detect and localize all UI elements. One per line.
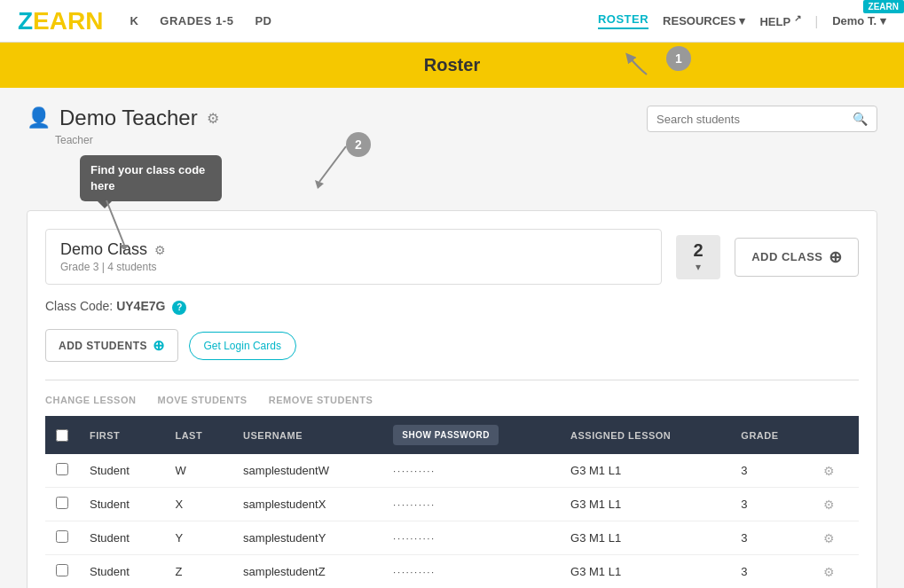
logo-z: Z [18,7,33,35]
teacher-info: 👤 Demo Teacher ⚙ Teacher [27,106,219,146]
row-checkbox-cell [45,488,79,521]
nav-help-label: HELP [759,15,790,28]
student-table: FIRST LAST USERNAME SHOW PASSWORD ASSIGN… [45,416,859,588]
row-settings-icon[interactable]: ⚙ [823,531,835,545]
nav-help[interactable]: HELP ↗ [759,13,800,28]
row-checkbox-cell [45,454,79,488]
row-username: samplestudentW [232,454,382,488]
class-code-help-icon[interactable]: ? [172,301,186,315]
user-chevron-icon: ▾ [880,14,886,27]
table-row: Student X samplestudentX ·········· G3 M… [45,488,859,521]
annotation-circle-2: 2 [346,132,371,157]
row-checkbox[interactable] [56,463,68,475]
login-cards-label: Get Login Cards [204,340,281,352]
row-first-name: Student [79,521,164,555]
grade-header: GRADE [730,416,813,454]
logo-earn: EARN [33,7,103,35]
get-login-cards-button[interactable]: Get Login Cards [189,332,296,360]
user-name-label: Demo T. [832,14,876,27]
row-grade: 3 [730,488,813,521]
row-checkbox[interactable] [56,564,68,576]
table-header: FIRST LAST USERNAME SHOW PASSWORD ASSIGN… [45,416,859,454]
logo[interactable]: ZEARN [18,7,103,35]
roster-banner: Roster 1 [0,43,904,88]
main-content: 👤 Demo Teacher ⚙ Teacher 🔍 Find your cla… [0,88,904,588]
username-header: USERNAME [232,416,382,454]
teacher-header: 👤 Demo Teacher ⚙ Teacher 🔍 [27,106,877,146]
action-buttons: ADD STUDENTS ⊕ Get Login Cards [45,329,859,362]
last-name-header: LAST [164,416,232,454]
nav-right: ROSTER RESOURCES ▾ HELP ↗ | Demo T. ▾ ZE… [598,12,886,29]
actions-header [813,416,859,454]
row-assigned-lesson: G3 M1 L1 [560,555,730,588]
row-username: samplestudentZ [232,555,382,588]
table-row: Student Z samplestudentZ ·········· G3 M… [45,555,859,588]
external-link-icon: ↗ [794,13,801,23]
top-nav: ZEARN K GRADES 1-5 PD ROSTER RESOURCES ▾… [0,0,904,43]
class-count-toggle[interactable]: 2 ▾ [676,235,720,279]
select-all-checkbox[interactable] [56,429,68,442]
add-students-plus-icon: ⊕ [153,337,165,354]
table-row: Student W samplestudentW ·········· G3 M… [45,454,859,488]
nav-resources[interactable]: RESOURCES ▾ [663,14,745,27]
row-settings-icon[interactable]: ⚙ [823,464,835,478]
nav-grades[interactable]: GRADES 1-5 [160,14,233,27]
password-header: SHOW PASSWORD [382,416,560,454]
search-input[interactable] [656,113,853,126]
table-row: Student Y samplestudentY ·········· G3 M… [45,521,859,555]
search-icon: 🔍 [853,112,868,126]
first-name-header: FIRST [79,416,164,454]
nav-user-menu[interactable]: Demo T. ▾ [832,14,886,27]
nav-links: K GRADES 1-5 PD [130,14,597,27]
row-assigned-lesson: G3 M1 L1 [560,454,730,488]
row-actions-cell: ⚙ [813,521,859,555]
row-actions-cell: ⚙ [813,488,859,521]
show-password-button[interactable]: SHOW PASSWORD [393,425,499,445]
teacher-name-row: 👤 Demo Teacher ⚙ [27,106,219,130]
nav-k[interactable]: K [130,14,138,27]
remove-students-action[interactable]: REMOVE STUDENTS [269,395,373,405]
row-assigned-lesson: G3 M1 L1 [560,521,730,555]
row-grade: 3 [730,521,813,555]
row-checkbox[interactable] [56,497,68,509]
class-code-label: Class Code: [45,299,116,313]
row-settings-icon[interactable]: ⚙ [823,498,835,512]
svg-marker-0 [120,245,129,249]
class-settings-icon[interactable]: ⚙ [154,243,166,257]
row-grade: 3 [730,555,813,588]
teacher-settings-icon[interactable]: ⚙ [207,110,219,127]
move-students-action[interactable]: MOVE STUDENTS [157,395,247,405]
row-assigned-lesson: G3 M1 L1 [560,488,730,521]
class-meta: Grade 3 | 4 students [60,261,647,273]
row-last-name: Z [164,555,232,588]
row-first-name: Student [79,555,164,588]
nav-roster[interactable]: ROSTER [598,12,649,29]
nav-pd[interactable]: PD [255,14,271,27]
resources-chevron-icon: ▾ [739,14,745,27]
row-username: samplestudentY [232,521,382,555]
zearn-badge: ZEARN [863,0,904,13]
classes-section: Demo Class ⚙ Grade 3 | 4 students 2 ▾ AD… [27,210,877,588]
row-first-name: Student [79,488,164,521]
nav-resources-label: RESOURCES [663,14,735,27]
annotation-arrow-1 [611,50,656,78]
roster-banner-title: Roster [424,55,480,74]
row-last-name: Y [164,521,232,555]
row-checkbox[interactable] [56,530,68,543]
row-settings-icon[interactable]: ⚙ [823,565,835,579]
row-checkbox-cell [45,555,79,588]
class-code-section: Class Code: UY4E7G ? [45,299,859,315]
row-actions-cell: ⚙ [813,454,859,488]
add-students-button[interactable]: ADD STUDENTS ⊕ [45,329,178,362]
change-lesson-action[interactable]: CHANGE LESSON [45,395,136,405]
row-grade: 3 [730,454,813,488]
teacher-avatar-icon: 👤 [27,106,51,129]
add-class-button[interactable]: ADD CLASS ⊕ [735,238,859,277]
row-username: samplestudentX [232,488,382,521]
teacher-name: Demo Teacher [59,106,198,130]
section-divider [45,380,859,380]
class-code-value: UY4E7G [116,299,165,313]
add-class-plus-icon: ⊕ [829,247,843,267]
row-last-name: X [164,488,232,521]
row-password: ·········· [382,488,560,521]
